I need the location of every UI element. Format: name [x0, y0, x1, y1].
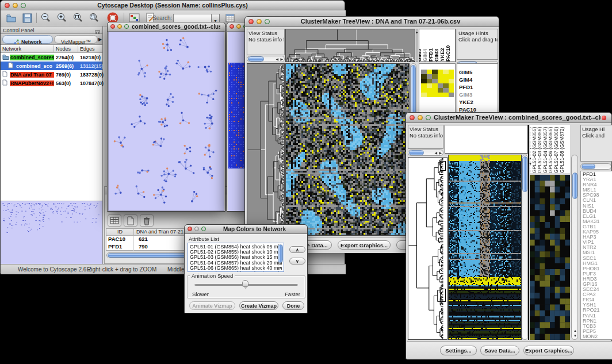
tv2-column-label[interactable]: GPL51-07 (GSM868) [553, 127, 559, 173]
tv1-usage-hints-text: Click and drag to [458, 36, 496, 43]
close-icon[interactable] [248, 19, 254, 24]
network-list-row[interactable]: RNAPuberNov2+!563(0)107847(0) [1, 79, 102, 87]
main-title-bar[interactable]: Cytoscape Desktop (Session Name: collins… [1, 1, 345, 10]
zoom-selected-icon[interactable] [88, 12, 100, 26]
list-scroll-up-icon[interactable]: ▲ [278, 262, 282, 265]
minimize-icon[interactable] [117, 24, 122, 29]
tv2-column-label[interactable]: GPL51-03 (GSM856) [537, 127, 542, 173]
tabs-overflow-button[interactable]: ▶ [98, 37, 102, 42]
close-icon[interactable] [110, 24, 115, 29]
zoom-window-icon[interactable] [201, 227, 206, 231]
list-item[interactable]: GPL51-03 (GSM856) heat shock 15 min [190, 254, 284, 259]
birds-eye-view[interactable] [1, 201, 102, 264]
done-button[interactable]: Done [282, 301, 304, 310]
list-item[interactable]: GPL51-04 (GSM857) heat shock 20 min [190, 260, 284, 265]
tv2-settings-button[interactable]: Settings... [440, 346, 477, 355]
column-header-nodes[interactable]: Nodes [54, 45, 78, 52]
tv1-column-label[interactable]: GIM4 [422, 49, 428, 62]
move-up-button[interactable]: ∧ [289, 246, 305, 253]
tv1-column-label[interactable]: GIM3 [434, 49, 439, 62]
dialog-title-bar[interactable]: Map Colors to Network [185, 225, 307, 234]
tv2-column-label[interactable]: GPL51-06 (GSM865) [548, 127, 553, 173]
tv2-column-label[interactable]: GPL51-08 (GSM872) [559, 127, 565, 173]
list-item[interactable]: GPL51-02 (GSM855) heat shock 10 min [190, 249, 284, 254]
network-list-row[interactable]: combined_sco2569(6)13112(15) [1, 62, 102, 70]
list-item[interactable]: GPL51-01 (GSM854) heat shock 05 min [190, 244, 284, 249]
list-scroll-down-icon[interactable]: ▼ [278, 266, 282, 270]
tv1-row-label[interactable]: GIM5 [459, 69, 498, 76]
column-header-network[interactable]: Network [1, 45, 54, 52]
close-icon[interactable] [188, 227, 192, 231]
close-icon[interactable] [230, 24, 234, 29]
zoom-window-icon[interactable] [124, 24, 129, 29]
tv2-zoom-heatmap[interactable] [530, 175, 570, 340]
search-input[interactable] [173, 14, 211, 22]
data-column-id[interactable]: ID [106, 229, 134, 235]
search-dropdown-button[interactable]: ▼ [211, 14, 220, 22]
animate-vizmap-button[interactable]: Animate Vizmap [189, 301, 235, 310]
tv2-divider-down-arrow[interactable]: ▼ [529, 162, 532, 166]
zoom-window-icon[interactable] [426, 115, 431, 120]
tv1-row-label[interactable]: GIM3 [459, 91, 498, 99]
move-down-button[interactable]: ∨ [289, 258, 305, 265]
tv2-heatmap[interactable] [448, 155, 522, 340]
network-window-title-bar[interactable]: combined_scores_good.txt--cluste... [108, 22, 225, 32]
tv1-column-label[interactable]: PAC10 [445, 45, 451, 62]
tab-vizmapper[interactable]: VizMapper™ [54, 35, 98, 44]
close-icon[interactable] [5, 3, 10, 8]
attribute-list-scrollthumb[interactable] [278, 244, 283, 263]
zoom-window-icon[interactable] [265, 19, 270, 24]
tv1-column-dendrogram[interactable] [285, 29, 415, 62]
zoom-in-icon[interactable] [56, 12, 68, 26]
column-header-edges[interactable]: Edges [78, 45, 102, 52]
minimize-icon[interactable] [418, 115, 423, 120]
new-attribute-icon[interactable] [124, 214, 137, 227]
tv1-column-label[interactable]: YKE2 [439, 48, 445, 62]
open-file-icon[interactable] [5, 12, 17, 26]
close-icon[interactable] [410, 115, 415, 120]
zoom-out-icon[interactable] [40, 12, 52, 26]
tv2-status-hscrollbar[interactable]: ◀▶ [408, 150, 443, 156]
tv1-row-label[interactable]: YKE2 [459, 99, 498, 106]
create-vizmap-button[interactable]: Create Vizmap [239, 301, 278, 310]
network-canvas[interactable] [109, 32, 224, 210]
tv1-column-label[interactable]: PFD1 [428, 48, 434, 62]
tv2-divider-up-arrow[interactable]: ▲ [529, 156, 532, 160]
speed-slider-thumb[interactable] [242, 280, 248, 287]
tv2-save-data-button[interactable]: Save Data... [480, 346, 519, 355]
tv2-heatmap-vscrollbar[interactable] [522, 155, 528, 340]
tv2-hints-hscrollbar[interactable] [580, 163, 611, 170]
tv1-heatmap[interactable] [285, 63, 410, 236]
tab-network[interactable]: Network [2, 35, 53, 44]
treeview1-title-bar[interactable]: ClusterMaker TreeView : DNA and Tran 07-… [245, 17, 499, 27]
list-item[interactable]: GPL51-06 (GSM865) heat shock 40 min [190, 265, 284, 270]
delete-attribute-trash-icon[interactable] [140, 214, 154, 227]
tv1-row-dendrogram[interactable] [247, 63, 285, 236]
zoom-fit-icon[interactable] [72, 12, 84, 26]
tv2-zoom-vscrollbar[interactable]: ▲▼ [571, 155, 578, 340]
network-list-row[interactable]: DNA and Tran 07769(0)183728(0) [1, 70, 102, 79]
zoom-heatmap-cell [443, 88, 449, 93]
save-icon[interactable] [21, 12, 33, 26]
attribute-list[interactable]: GPL51-01 (GSM854) heat shock 05 minGPL51… [188, 243, 284, 272]
minimize-icon[interactable] [236, 24, 241, 29]
network-window-title: combined_scores_good.txt--cluste... [132, 22, 220, 31]
minimize-icon[interactable] [194, 227, 199, 231]
network-list-row[interactable]: combined_scores2764(0)16218(0) [1, 53, 102, 62]
tv1-status-hscrollbar[interactable]: ◀▶ [247, 56, 285, 62]
gene-label[interactable]: MON2 [583, 334, 612, 339]
treeview2-title-bar[interactable]: ClusterMaker TreeView : combined_scores_… [406, 113, 611, 123]
table-mode-icon[interactable] [108, 214, 121, 227]
list-item[interactable]: GPL51-07 (GSM868) heat shock 60 min [190, 270, 284, 272]
tv2-column-dendrogram[interactable] [445, 125, 528, 154]
tv1-zoom-heatmap[interactable] [421, 70, 454, 97]
zoom-window-icon[interactable] [21, 3, 26, 8]
tv1-row-label[interactable]: PFD1 [459, 84, 498, 91]
tv1-export-graphics-button[interactable]: Export Graphics... [338, 240, 391, 250]
tv1-splitter[interactable]: ▶ [416, 29, 418, 62]
tv2-export-graphics-button[interactable]: Export Graphics... [523, 346, 574, 355]
minimize-icon[interactable] [13, 3, 18, 8]
tv1-row-label[interactable]: GIM4 [459, 76, 498, 84]
tv2-row-dendrogram[interactable] [408, 157, 447, 340]
minimize-icon[interactable] [257, 19, 262, 24]
